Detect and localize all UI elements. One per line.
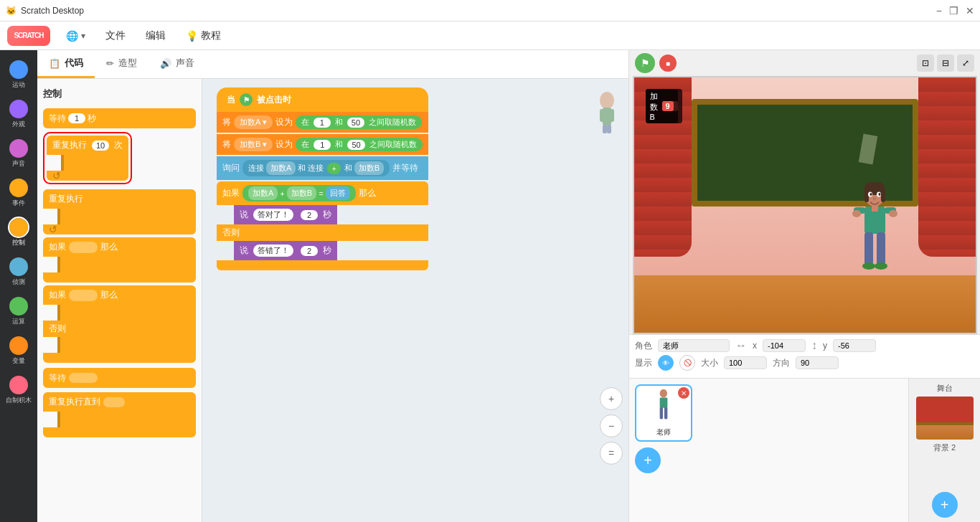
code-editor: 控制 等待 1 秒 重复执行 10 次 ↺ [37,79,628,522]
sound-tab-label: 声音 [176,57,194,70]
if-mouth-true: 说 答对了！ 2 秒 [234,205,428,224]
zoom-in-button[interactable]: + [600,387,623,410]
var-b-display: 加数B 9 [646,89,678,123]
say-wrong-msg[interactable]: 答错了！ [253,245,293,257]
sprite-delete-button[interactable]: ✕ [678,387,689,399]
wait-until-block[interactable]: 等待 [43,368,196,388]
tab-sound[interactable]: 🔊 声音 [149,50,206,78]
script-area: 当 ⚑ 被点击时 将 加数A ▾ 设为 在 1 和 50 之间取随机数 [202,79,628,522]
say-correct-msg[interactable]: 答对了！ [253,209,293,221]
green-flag-button[interactable]: ⚑ [635,53,655,73]
set-a-block[interactable]: 将 加数A ▾ 设为 在 1 和 50 之间取随机数 [217,112,428,133]
y-input[interactable] [833,339,876,352]
sound-label: 声音 [12,159,25,169]
tutorial-menu[interactable]: 💡 教程 [182,27,225,45]
sprite-svg [593,86,621,136]
zoom-out-button[interactable]: − [600,414,623,437]
tab-costume[interactable]: ✏ 造型 [95,50,149,78]
if-else-header[interactable]: 如果 那么 [43,285,196,305]
repeat-n-unit: 次 [114,139,123,151]
show-hidden-button[interactable]: 🚫 [679,355,695,371]
stage-controls: ⚑ ■ ⊡ ⊟ ⤢ [629,50,980,76]
say-correct-label: 说 [240,209,248,221]
stage-medium-button[interactable]: ⊟ [937,54,954,72]
sidebar-item-operators[interactable]: 运算 [3,294,34,329]
stage-size-buttons: ⊡ ⊟ ⤢ [917,54,974,72]
svg-rect-16 [872,206,878,212]
sprite-item-teacher[interactable]: ✕ 老师 [635,384,692,442]
size-label: 大小 [701,357,718,369]
maximize-button[interactable]: ❐ [949,5,958,16]
sidebar-item-myblocks[interactable]: 自制积木 [3,373,34,408]
app-title: Scratch Desktop [21,6,84,16]
say-wrong-secs[interactable]: 2 [301,246,318,256]
blocks-category-title: 控制 [43,87,196,100]
hat-block[interactable]: 当 ⚑ 被点击时 [217,87,428,112]
size-input[interactable] [724,356,767,369]
repeat-forever-header[interactable]: 重复执行 [43,189,196,209]
sidebar-item-events[interactable]: 事件 [3,176,34,211]
repeat-n-input[interactable]: 10 [92,141,109,151]
tab-code[interactable]: 📋 代码 [37,50,95,78]
sprite-list: ✕ 老师 [632,381,905,445]
stage-small-button[interactable]: ⊡ [917,54,934,72]
sidebar-item-control[interactable]: 控制 [3,215,34,250]
titlebar-controls[interactable]: − ❐ ✕ [936,5,974,16]
repeat-until-header[interactable]: 重复执行直到 [43,392,196,412]
add-sprite-button[interactable]: + [635,447,661,473]
if-script-header[interactable]: 如果 加数A + 加数B = 回答 那么 [217,181,428,205]
if-script-if: 如果 [222,187,240,199]
stage-full-button[interactable]: ⤢ [957,54,974,72]
zoom-reset-button[interactable]: = [600,442,623,465]
file-menu[interactable]: 文件 [101,27,130,45]
wait-input[interactable]: 1 [68,113,85,123]
x-input[interactable] [763,339,806,352]
say-wrong-label: 说 [240,245,248,257]
sidebar-item-variables[interactable]: 变量 [3,333,34,369]
sound-icon: 🔊 [160,58,171,69]
if-else-label: 如果 [49,289,66,301]
say-wrong-block[interactable]: 说 答错了！ 2 秒 [234,241,337,260]
edit-menu[interactable]: 编辑 [141,27,170,45]
room-curtain-right [918,77,976,257]
repeat-n-header[interactable]: 重复执行 10 次 [47,136,128,155]
minimize-button[interactable]: − [936,5,942,16]
svg-rect-9 [881,188,885,202]
sprite-name-input[interactable] [658,339,730,352]
wait-unit: 秒 [88,113,96,125]
sidebar-item-looks[interactable]: 外观 [3,97,34,132]
backdrop-count: 背景 2 [933,442,956,453]
close-button[interactable]: ✕ [966,5,974,16]
app-icon: 🐱 [6,6,17,16]
svg-rect-3 [608,109,614,122]
set-b-block[interactable]: 将 加数B ▾ 设为 在 1 和 50 之间取随机数 [217,134,428,155]
set-b-rand-min[interactable]: 1 [314,140,331,150]
dir-input[interactable] [796,356,839,369]
wait-block[interactable]: 等待 1 秒 [43,108,196,128]
globe-menu[interactable]: 🌐 ▾ [62,27,90,44]
events-label: 事件 [12,199,25,208]
set-b-op: 设为 [275,138,293,151]
add-backdrop-button[interactable]: + [932,492,958,518]
sidebar-item-sensing[interactable]: 侦测 [3,255,34,290]
y-label: y [823,341,827,351]
sprite-item-name: 老师 [656,427,671,437]
sidebar-item-motion[interactable]: 运动 [3,57,34,92]
set-b-random: 在 1 和 50 之间取随机数 [296,138,422,151]
svg-rect-2 [600,109,606,122]
set-a-rand-max[interactable]: 50 [347,118,364,128]
sidebar-item-sound[interactable]: 声音 [3,136,34,171]
set-a-rand-min[interactable]: 1 [314,118,331,128]
svg-rect-8 [864,188,869,202]
backdrop-thumb[interactable] [916,397,974,440]
set-a-set: 将 [222,116,231,128]
set-b-rand-max[interactable]: 50 [347,140,364,150]
say-correct-block[interactable]: 说 答对了！ 2 秒 [234,205,337,224]
ask-block[interactable]: 询问 连接 加数A 和 连接 + 和 加数B 并等待 [217,156,428,180]
backdrop-panel: 舞台 背景 2 + [908,379,980,522]
if-header[interactable]: 如果 那么 [43,237,196,257]
if-else-footer [43,353,196,363]
show-visible-button[interactable]: 👁 [658,355,674,371]
say-correct-secs[interactable]: 2 [301,210,318,220]
stop-button[interactable]: ■ [659,54,677,72]
